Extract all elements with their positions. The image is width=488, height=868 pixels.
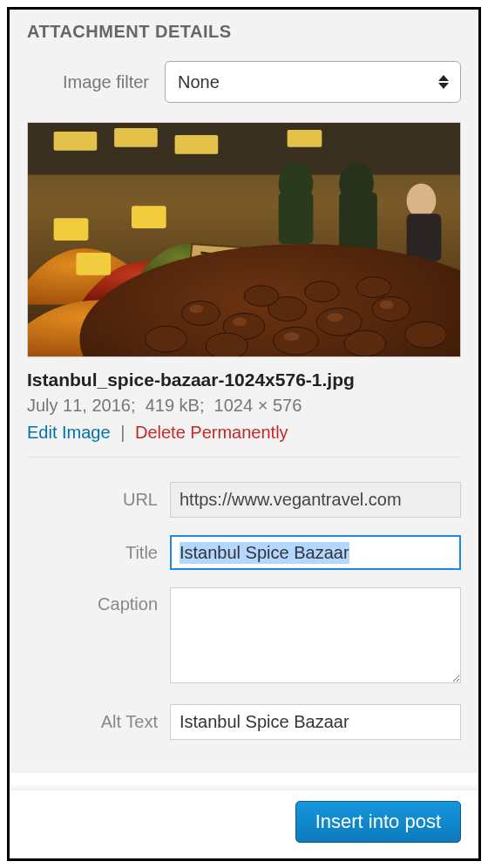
attachment-date: July 11, 2016 xyxy=(27,396,131,415)
svg-point-23 xyxy=(274,327,319,355)
svg-rect-11 xyxy=(407,214,442,261)
url-input[interactable] xyxy=(170,482,461,518)
attachment-size: 419 kB xyxy=(146,396,200,415)
svg-point-28 xyxy=(356,277,391,298)
attachment-fields: URL Title Istanbul Spice Bazaar Caption xyxy=(27,482,461,740)
url-row: URL xyxy=(27,482,461,518)
title-label: Title xyxy=(27,543,158,563)
image-filter-select-wrap: None xyxy=(165,61,461,103)
svg-rect-2 xyxy=(54,132,98,151)
svg-point-10 xyxy=(407,183,437,218)
delete-permanently-link[interactable]: Delete Permanently xyxy=(135,423,288,442)
svg-point-20 xyxy=(372,297,410,322)
svg-point-26 xyxy=(244,286,279,307)
svg-point-29 xyxy=(189,304,203,313)
section-divider xyxy=(27,457,461,458)
svg-rect-14 xyxy=(76,253,111,275)
thumbnail-placeholder-svg xyxy=(28,123,460,356)
svg-point-21 xyxy=(146,326,187,352)
footer-bar: Insert into post xyxy=(10,790,478,858)
attachment-actions: Edit Image | Delete Permanently xyxy=(27,423,461,443)
title-input-value: Istanbul Spice Bazaar xyxy=(180,542,349,564)
attachment-details-frame: ATTACHMENT DETAILS Image filter None xyxy=(7,7,481,861)
svg-point-22 xyxy=(206,333,247,356)
caption-label: Caption xyxy=(27,587,158,614)
svg-point-16 xyxy=(182,301,220,325)
svg-rect-4 xyxy=(175,135,219,154)
alt-text-input[interactable] xyxy=(170,704,461,740)
attachment-filename: Istanbul_spice-bazaar-1024x576-1.jpg xyxy=(27,370,461,390)
attachment-thumbnail[interactable] xyxy=(27,122,461,357)
title-input[interactable]: Istanbul Spice Bazaar xyxy=(170,535,461,570)
edit-image-link[interactable]: Edit Image xyxy=(27,423,111,442)
caption-row: Caption xyxy=(27,587,461,687)
svg-point-30 xyxy=(233,317,247,326)
attachment-dimensions: 1024 × 576 xyxy=(214,396,302,415)
svg-point-25 xyxy=(405,322,447,348)
svg-point-24 xyxy=(344,330,386,356)
svg-rect-5 xyxy=(288,130,322,147)
svg-point-27 xyxy=(304,281,339,302)
svg-rect-3 xyxy=(114,128,158,147)
svg-rect-9 xyxy=(339,192,377,252)
svg-point-32 xyxy=(380,300,394,309)
url-label: URL xyxy=(27,490,158,510)
svg-rect-13 xyxy=(132,206,166,228)
alt-text-label: Alt Text xyxy=(27,712,158,732)
attachment-details-panel: ATTACHMENT DETAILS Image filter None xyxy=(10,10,478,773)
actions-divider: | xyxy=(120,423,125,442)
title-row: Title Istanbul Spice Bazaar xyxy=(27,535,461,570)
insert-into-post-button[interactable]: Insert into post xyxy=(295,801,461,843)
image-filter-label: Image filter xyxy=(27,72,149,92)
svg-point-19 xyxy=(316,308,362,336)
panel-title: ATTACHMENT DETAILS xyxy=(27,22,461,42)
caption-textarea[interactable] xyxy=(170,587,461,683)
image-filter-row: Image filter None xyxy=(27,61,461,103)
image-filter-select[interactable]: None xyxy=(165,61,461,103)
svg-point-31 xyxy=(327,313,342,322)
attachment-meta: July 11, 2016; 419 kB; 1024 × 576 xyxy=(27,396,461,416)
svg-rect-7 xyxy=(279,192,314,244)
alt-text-row: Alt Text xyxy=(27,704,461,740)
svg-point-33 xyxy=(284,332,300,341)
svg-rect-12 xyxy=(54,218,89,241)
